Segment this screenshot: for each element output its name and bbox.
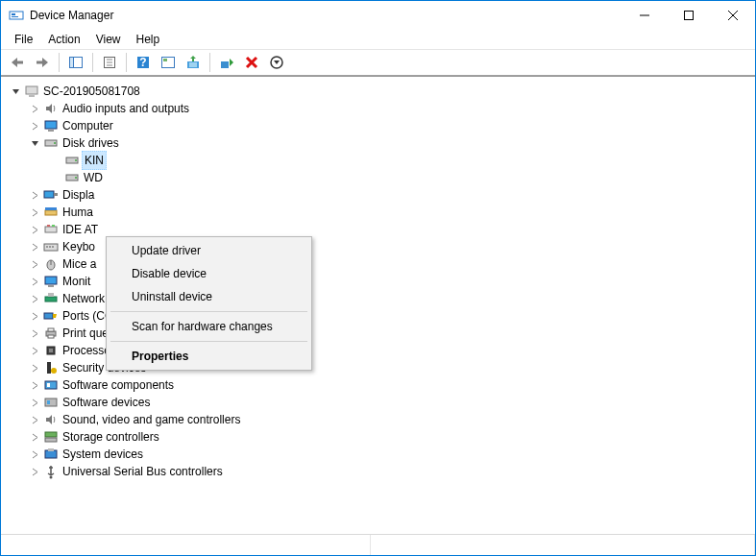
- svg-text:?: ?: [139, 56, 146, 69]
- chevron-right-icon[interactable]: [28, 188, 41, 202]
- tree-item-label: System devices: [62, 446, 143, 463]
- tree-panel: SC-201905081708 Audio inputs and outputs…: [1, 76, 755, 534]
- chevron-right-icon[interactable]: [28, 396, 41, 409]
- svg-rect-4: [685, 12, 694, 20]
- tree-item-disk-kingston[interactable]: KIN: [7, 152, 749, 169]
- chevron-right-icon[interactable]: [28, 119, 41, 133]
- software-device-icon: [43, 395, 59, 410]
- update-driver-button[interactable]: [183, 52, 204, 73]
- menu-help[interactable]: Help: [129, 31, 168, 48]
- context-menu-disable-device[interactable]: Disable device: [109, 262, 309, 285]
- tree-item-system[interactable]: System devices: [7, 446, 749, 463]
- tree-item-label: Computer: [62, 117, 113, 134]
- ports-icon: [43, 308, 59, 324]
- context-menu-separator: [110, 341, 307, 342]
- chevron-right-icon[interactable]: [28, 447, 41, 461]
- tree-item-swdevices[interactable]: Software devices: [7, 394, 749, 411]
- tree-item-label: IDE AT: [62, 221, 98, 238]
- svg-rect-60: [45, 399, 57, 406]
- forward-button[interactable]: [32, 52, 53, 73]
- chevron-right-icon[interactable]: [28, 205, 41, 219]
- svg-rect-49: [48, 293, 54, 297]
- svg-rect-55: [49, 349, 53, 352]
- chevron-right-icon[interactable]: [28, 430, 41, 444]
- chevron-right-icon[interactable]: [28, 413, 41, 426]
- computer-icon: [24, 84, 39, 99]
- tree-item-swcomponents[interactable]: Software components: [7, 376, 749, 394]
- chevron-right-icon[interactable]: [28, 361, 41, 375]
- help-button[interactable]: ?: [133, 52, 154, 73]
- tree-item-disk-wd[interactable]: WD: [7, 169, 749, 186]
- chevron-right-icon[interactable]: [28, 240, 41, 254]
- context-menu-update-driver[interactable]: Update driver: [109, 239, 309, 262]
- app-icon: [9, 8, 24, 23]
- context-menu-scan-hardware[interactable]: Scan for hardware changes: [109, 315, 309, 338]
- context-menu-uninstall-device[interactable]: Uninstall device: [109, 285, 309, 308]
- maximize-button[interactable]: [667, 1, 711, 30]
- tree-item-audio[interactable]: Audio inputs and outputs: [7, 100, 749, 117]
- svg-rect-21: [221, 61, 229, 68]
- chevron-down-icon[interactable]: [9, 85, 22, 98]
- status-cell: [1, 535, 371, 555]
- chevron-right-icon[interactable]: [28, 257, 41, 271]
- tree-item-label: Universal Serial Bus controllers: [62, 463, 223, 480]
- scan-hardware-button[interactable]: [158, 52, 179, 73]
- mouse-icon: [43, 256, 59, 272]
- cpu-icon: [43, 343, 59, 358]
- svg-rect-53: [48, 335, 54, 338]
- chevron-right-icon[interactable]: [28, 309, 41, 323]
- chevron-right-icon[interactable]: [28, 223, 41, 236]
- minimize-button[interactable]: [622, 1, 667, 30]
- statusbar: [1, 534, 755, 555]
- tree-item-label: Software components: [62, 376, 174, 394]
- chevron-right-icon[interactable]: [28, 326, 41, 340]
- tree-item-sound[interactable]: Sound, video and game controllers: [7, 411, 749, 428]
- show-hide-tree-button[interactable]: [65, 52, 86, 73]
- svg-rect-61: [47, 400, 50, 404]
- chevron-right-icon[interactable]: [28, 275, 41, 288]
- tree-item-computer[interactable]: Computer: [7, 117, 749, 134]
- svg-rect-33: [44, 191, 54, 198]
- tree-item-display[interactable]: Displa: [7, 186, 749, 204]
- svg-rect-7: [17, 61, 23, 64]
- tree-item-hid[interactable]: Huma: [7, 204, 749, 221]
- svg-point-30: [75, 159, 77, 161]
- chevron-right-icon[interactable]: [28, 344, 41, 357]
- titlebar: Device Manager: [1, 1, 755, 30]
- uninstall-device-button[interactable]: [241, 52, 262, 73]
- menu-action[interactable]: Action: [40, 31, 87, 48]
- svg-rect-8: [37, 61, 42, 64]
- back-button[interactable]: [7, 52, 28, 73]
- chevron-right-icon[interactable]: [28, 465, 41, 478]
- chevron-right-icon[interactable]: [28, 102, 41, 115]
- chevron-right-icon[interactable]: [28, 292, 41, 305]
- monitor-icon: [43, 118, 59, 133]
- menu-view[interactable]: View: [88, 31, 129, 48]
- toolbar: ?: [1, 49, 755, 76]
- arrow-placeholder: [49, 171, 62, 184]
- printer-icon: [43, 326, 59, 341]
- tree-item-disk-drives[interactable]: Disk drives: [7, 134, 749, 152]
- status-cell: [371, 535, 755, 555]
- svg-rect-58: [45, 381, 57, 389]
- chevron-right-icon[interactable]: [28, 378, 41, 392]
- tree-root[interactable]: SC-201905081708: [7, 83, 749, 100]
- ide-icon: [43, 222, 59, 237]
- svg-rect-1: [12, 13, 15, 15]
- context-menu-properties[interactable]: Properties: [109, 345, 309, 368]
- svg-point-57: [51, 368, 57, 374]
- menu-file[interactable]: File: [7, 31, 40, 48]
- properties-button[interactable]: [99, 52, 120, 73]
- svg-rect-42: [49, 246, 51, 248]
- chevron-down-icon[interactable]: [28, 136, 41, 150]
- disable-device-button[interactable]: [266, 52, 287, 73]
- hid-icon: [43, 205, 59, 220]
- svg-rect-18: [163, 59, 167, 61]
- close-button[interactable]: [711, 1, 755, 30]
- tree-item-storage[interactable]: Storage controllers: [7, 428, 749, 446]
- tree-item-label: WD: [84, 169, 103, 186]
- svg-rect-43: [52, 246, 54, 248]
- tree-item-usb[interactable]: Universal Serial Bus controllers: [7, 463, 749, 480]
- context-menu-separator: [110, 311, 307, 312]
- enable-device-button[interactable]: [216, 52, 237, 73]
